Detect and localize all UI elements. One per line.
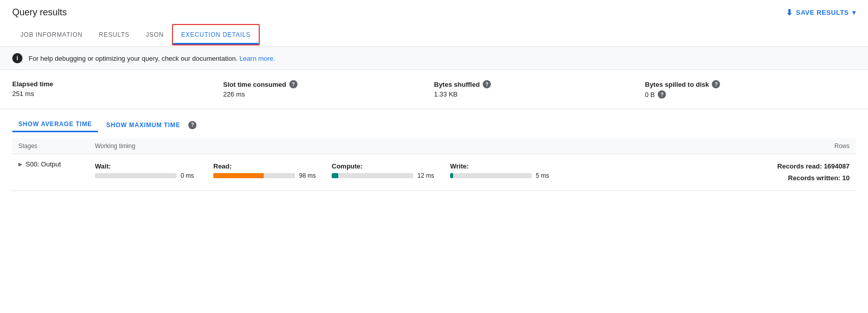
timing-bar-row: 12 ms <box>332 172 438 179</box>
info-text: For help debugging or optimizing your qu… <box>29 55 275 62</box>
timing-bar-row: 0 ms <box>95 172 201 179</box>
tabs-bar: JOB INFORMATION RESULTS JSON EXECUTION D… <box>0 23 868 47</box>
records-written: Records written: 10 <box>760 172 850 184</box>
bytes-spilled-help-icon[interactable]: ? <box>712 80 720 88</box>
download-icon: ⬇ <box>786 8 793 17</box>
stage-name: ▶ S00: Output <box>18 160 83 168</box>
page-header: Query results ⬇ SAVE RESULTS ▾ <box>0 0 868 23</box>
stat-bytes-shuffled: Bytes shuffled ? 1.33 KB <box>434 80 645 99</box>
records-read: Records read: 1694087 <box>760 160 850 172</box>
table-row: ▶ S00: Output Wait:0 msRead:98 msCompute… <box>12 154 856 191</box>
chevron-right-icon[interactable]: ▶ <box>18 161 22 167</box>
timing-bar-group: Compute:12 ms <box>332 162 438 179</box>
timing-bar-label: Read: <box>213 162 319 170</box>
timing-buttons: SHOW AVERAGE TIME SHOW MAXIMUM TIME ? <box>12 117 856 132</box>
stats-row: Elapsed time 251 ms Slot time consumed ?… <box>0 70 868 109</box>
bytes-spilled-value-help-icon[interactable]: ? <box>658 90 666 99</box>
info-banner: i For help debugging or optimizing your … <box>0 47 868 70</box>
bar-time: 98 ms <box>299 172 319 179</box>
timing-bar-group: Read:98 ms <box>213 162 319 179</box>
stages-table: Stages Working timing Rows ▶ S00: Output… <box>12 138 856 191</box>
timing-bar-group: Wait:0 ms <box>95 162 201 179</box>
stage-cell: ▶ S00: Output <box>12 154 89 191</box>
bar-track <box>213 173 295 178</box>
show-maximum-time-button[interactable]: SHOW MAXIMUM TIME <box>100 118 186 132</box>
timing-cell: Wait:0 msRead:98 msCompute:12 msWrite:5 … <box>89 154 754 191</box>
tab-job-information[interactable]: JOB INFORMATION <box>12 24 91 45</box>
timing-bar-label: Write: <box>450 162 556 170</box>
save-results-label: SAVE RESULTS <box>796 9 849 16</box>
learn-more-link[interactable]: Learn more. <box>239 55 275 62</box>
dropdown-arrow-icon: ▾ <box>852 9 856 16</box>
timing-bar-row: 5 ms <box>450 172 556 179</box>
col-header-rows: Rows <box>754 138 856 154</box>
rows-cell: Records read: 1694087 Records written: 1… <box>754 154 856 191</box>
col-header-stages: Stages <box>12 138 89 154</box>
timing-help-icon[interactable]: ? <box>188 121 196 129</box>
bar-track <box>332 173 413 178</box>
save-results-button[interactable]: ⬇ SAVE RESULTS ▾ <box>786 8 856 17</box>
info-icon: i <box>12 53 22 63</box>
bar-time: 5 ms <box>536 172 556 179</box>
bar-fill <box>213 173 264 178</box>
bar-fill <box>332 173 338 178</box>
bar-time: 0 ms <box>181 172 201 179</box>
slot-time-help-icon[interactable]: ? <box>289 80 297 88</box>
stat-slot-time: Slot time consumed ? 226 ms <box>223 80 434 99</box>
bar-track <box>95 173 177 178</box>
timing-bar-row: 98 ms <box>213 172 319 179</box>
timing-bar-label: Wait: <box>95 162 201 170</box>
stat-bytes-spilled: Bytes spilled to disk ? 0 B ? <box>645 80 856 99</box>
timing-bar-group: Write:5 ms <box>450 162 556 179</box>
tab-execution-details[interactable]: EXECUTION DETAILS <box>172 24 260 45</box>
rows-info: Records read: 1694087 Records written: 1… <box>760 160 850 184</box>
timing-section: SHOW AVERAGE TIME SHOW MAXIMUM TIME ? St… <box>0 109 868 191</box>
show-average-time-button[interactable]: SHOW AVERAGE TIME <box>12 117 98 132</box>
tab-json[interactable]: JSON <box>138 24 172 45</box>
timing-bars-container: Wait:0 msRead:98 msCompute:12 msWrite:5 … <box>95 160 748 181</box>
bar-time: 12 ms <box>417 172 438 179</box>
bar-fill <box>450 173 453 178</box>
page-title: Query results <box>12 7 67 18</box>
bytes-shuffled-help-icon[interactable]: ? <box>483 80 491 88</box>
stage-label: S00: Output <box>26 160 61 168</box>
col-header-timing: Working timing <box>89 138 754 154</box>
bar-track <box>450 173 532 178</box>
tab-results[interactable]: RESULTS <box>91 24 138 45</box>
timing-bar-label: Compute: <box>332 162 438 170</box>
stat-elapsed-time: Elapsed time 251 ms <box>12 80 223 99</box>
